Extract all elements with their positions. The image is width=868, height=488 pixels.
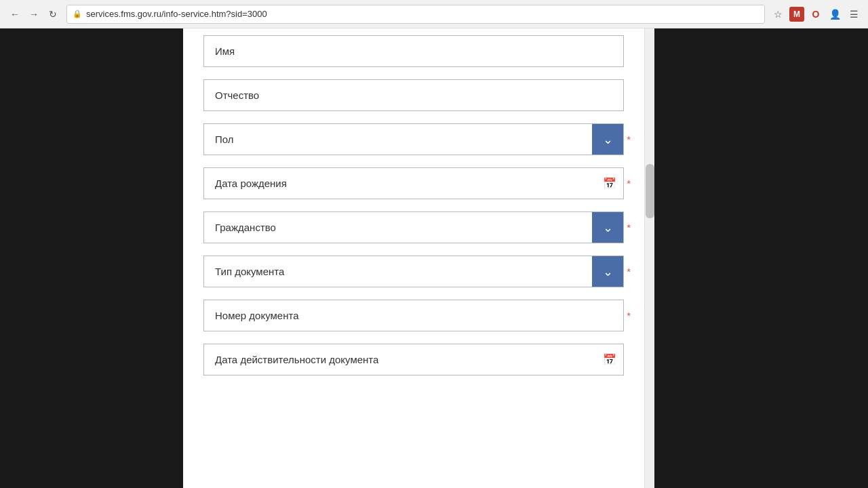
address-bar[interactable]: 🔒 services.fms.gov.ru/info-service.htm?s… — [66, 5, 765, 24]
dropdown-button-pol[interactable]: ⌄ — [592, 124, 623, 155]
lock-icon: 🔒 — [73, 9, 82, 18]
chevron-down-icon: ⌄ — [603, 264, 613, 279]
calendar-icon: 📅 — [603, 353, 616, 366]
form-field-data-deystvitelnosti: 📅 — [203, 344, 624, 375]
calendar-button-data-deystvitelnosti[interactable]: 📅 — [596, 344, 623, 375]
field-wrapper-data-deystvitelnosti: 📅 — [203, 344, 624, 375]
dropdown-button-tip-dokumenta[interactable]: ⌄ — [592, 256, 623, 287]
page-layout: ⌄*📅*⌄*⌄**📅 — [0, 28, 868, 488]
calendar-icon: 📅 — [603, 177, 616, 190]
reload-button[interactable]: ↻ — [45, 6, 61, 22]
menu-icon[interactable]: ☰ — [846, 7, 861, 22]
extensions-icon[interactable]: M — [789, 7, 804, 22]
browser-actions: ☆ M O 👤 ☰ — [770, 7, 861, 22]
field-wrapper-otchestvo — [203, 79, 624, 111]
nav-buttons: ← → ↻ — [7, 6, 61, 22]
calendar-button-data-rozhdeniya[interactable]: 📅 — [596, 168, 623, 199]
required-star-nomer-dokumenta: * — [627, 310, 631, 321]
back-button[interactable]: ← — [7, 6, 23, 22]
form-field-otchestvo — [203, 79, 624, 111]
forward-button[interactable]: → — [26, 6, 42, 22]
right-panel — [654, 28, 868, 488]
chevron-down-icon: ⌄ — [603, 220, 613, 235]
input-data-deystvitelnosti[interactable] — [204, 344, 596, 375]
field-wrapper-tip-dokumenta: ⌄ — [203, 256, 624, 287]
chevron-down-icon: ⌄ — [603, 132, 613, 147]
star-icon[interactable]: ☆ — [770, 7, 785, 22]
field-wrapper-grazhdanstvo: ⌄ — [203, 211, 624, 243]
form-field-nomer-dokumenta: * — [203, 300, 624, 331]
url-text: services.fms.gov.ru/info-service.htm?sid… — [86, 9, 267, 19]
main-content: ⌄*📅*⌄*⌄**📅 — [183, 28, 654, 488]
opera-icon[interactable]: O — [808, 7, 823, 22]
scrollbar[interactable] — [644, 28, 654, 488]
input-data-rozhdeniya[interactable] — [204, 168, 596, 199]
input-tip-dokumenta[interactable] — [204, 256, 592, 287]
field-wrapper-pol: ⌄ — [203, 123, 624, 155]
form-field-pol: ⌄* — [203, 123, 624, 155]
field-wrapper-nomer-dokumenta — [203, 300, 624, 331]
user-icon[interactable]: 👤 — [827, 7, 842, 22]
form-field-tip-dokumenta: ⌄* — [203, 256, 624, 287]
field-wrapper-data-rozhdeniya: 📅 — [203, 167, 624, 199]
input-pol[interactable] — [204, 124, 592, 155]
input-otchestvo[interactable] — [204, 80, 623, 110]
scrollbar-thumb[interactable] — [646, 164, 654, 218]
form-field-data-rozhdeniya: 📅* — [203, 167, 624, 199]
required-star-pol: * — [627, 134, 631, 145]
form-container: ⌄*📅*⌄*⌄**📅 — [183, 28, 644, 488]
browser-chrome: ← → ↻ 🔒 services.fms.gov.ru/info-service… — [0, 0, 868, 28]
required-star-grazhdanstvo: * — [627, 222, 631, 233]
left-panel — [0, 28, 183, 488]
required-star-data-rozhdeniya: * — [627, 178, 631, 189]
field-wrapper-imya — [203, 35, 624, 67]
input-grazhdanstvo[interactable] — [204, 212, 592, 243]
input-imya[interactable] — [204, 36, 623, 66]
form-field-imya — [203, 35, 624, 67]
required-star-tip-dokumenta: * — [627, 266, 631, 277]
dropdown-button-grazhdanstvo[interactable]: ⌄ — [592, 212, 623, 243]
input-nomer-dokumenta[interactable] — [204, 300, 623, 331]
form-field-grazhdanstvo: ⌄* — [203, 211, 624, 243]
